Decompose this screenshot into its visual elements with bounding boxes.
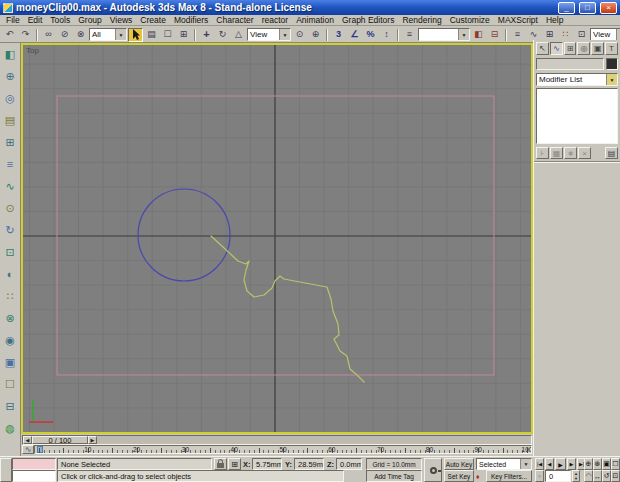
left-toolbar-icon-6[interactable]: ≡	[2, 156, 18, 172]
spinner-down-icon[interactable]: ▼	[574, 476, 578, 481]
viewport-label[interactable]: Top	[26, 46, 39, 55]
named-selection-dropdown[interactable]: ▼	[418, 28, 470, 41]
modifier-list-dropdown[interactable]: Modifier List ▼	[536, 73, 618, 86]
viewport-top[interactable]: Top	[21, 43, 533, 434]
menu-rendering[interactable]: Rendering	[398, 15, 445, 25]
coord-x-field[interactable]: 5.75mm	[252, 458, 282, 470]
selection-filter-dropdown[interactable]: All ▼	[89, 28, 127, 41]
chevron-down-icon[interactable]: ▼	[616, 29, 620, 40]
angle-snap-icon[interactable]: ∠	[347, 28, 362, 42]
zoom-region-button[interactable]: ☐	[611, 458, 620, 470]
menu-character[interactable]: Character	[212, 15, 257, 25]
modifier-stack-list[interactable]	[536, 88, 618, 144]
chevron-down-icon[interactable]: ▼	[606, 74, 617, 85]
remove-modifier-icon[interactable]: ×	[578, 147, 591, 159]
mirror-icon[interactable]: ◧	[471, 28, 486, 42]
bind-to-spacewarp-icon[interactable]: ⊗	[73, 28, 88, 42]
tab-hierarchy[interactable]: ⊞	[564, 42, 577, 55]
left-toolbar-icon-7[interactable]: ∿	[2, 178, 18, 194]
percent-snap-icon[interactable]: %	[363, 28, 378, 42]
next-frame-button[interactable]: ▶	[567, 458, 576, 470]
set-key-button[interactable]: Set Key	[444, 470, 474, 482]
key-filters-button[interactable]: Key Filters...	[486, 470, 532, 482]
menu-graph-editors[interactable]: Graph Editors	[338, 15, 398, 25]
menu-reactor[interactable]: reactor	[258, 15, 292, 25]
menu-file[interactable]: File	[2, 15, 24, 25]
left-toolbar-icon-18[interactable]: ◍	[2, 420, 18, 436]
close-button[interactable]: ×	[600, 2, 617, 14]
window-crossing-icon[interactable]: ⊞	[176, 28, 191, 42]
spinner-snap-icon[interactable]: ↕	[379, 28, 394, 42]
track-bar-ruler[interactable]: 102030405060708090100	[34, 445, 532, 454]
current-frame-marker[interactable]	[37, 446, 43, 453]
menu-views[interactable]: Views	[106, 15, 137, 25]
use-pivot-center-icon[interactable]: ⊙	[292, 28, 307, 42]
left-toolbar-icon-1[interactable]: ◧	[2, 46, 18, 62]
object-color-swatch[interactable]	[606, 58, 618, 70]
minimize-button[interactable]: _	[558, 2, 575, 14]
previous-frame-button[interactable]: ◀	[545, 458, 554, 470]
arc-rotate-button[interactable]: ↺	[602, 470, 611, 482]
make-unique-icon[interactable]: ∗	[564, 147, 577, 159]
time-slider-track[interactable]: ◀ 0 / 100 ▶	[22, 435, 532, 445]
menu-modifiers[interactable]: Modifiers	[170, 15, 212, 25]
tab-motion[interactable]: ◎	[577, 42, 590, 55]
select-and-link-icon[interactable]: ∞	[41, 28, 56, 42]
left-toolbar-icon-9[interactable]: ↻	[2, 222, 18, 238]
left-toolbar-icon-5[interactable]: ⊞	[2, 134, 18, 150]
edit-named-selections-icon[interactable]: ≡	[402, 28, 417, 42]
left-toolbar-icon-15[interactable]: ▣	[2, 354, 18, 370]
layer-manager-icon[interactable]: ≡	[510, 28, 525, 42]
unlink-selection-icon[interactable]: ⊘	[57, 28, 72, 42]
reference-coordinate-dropdown[interactable]: View ▼	[247, 28, 291, 41]
menu-animation[interactable]: Animation	[292, 15, 338, 25]
restore-button[interactable]: □	[579, 2, 596, 14]
coord-z-field[interactable]: 0.0mm	[336, 458, 362, 470]
redo-icon[interactable]: ↷	[18, 28, 33, 42]
snap-toggle-3d-icon[interactable]: 3	[331, 28, 346, 42]
left-toolbar-icon-12[interactable]: ∷	[2, 288, 18, 304]
tab-display[interactable]: ▣	[591, 42, 604, 55]
selection-region-icon[interactable]: ☐	[160, 28, 175, 42]
set-keys-button[interactable]	[424, 458, 442, 482]
left-toolbar-icon-2[interactable]: ⊕	[2, 68, 18, 84]
time-slider-handle[interactable]: 0 / 100	[32, 436, 88, 444]
left-toolbar-icon-16[interactable]: ☐	[2, 376, 18, 392]
min-max-toggle-button[interactable]: ⊡	[611, 470, 620, 482]
undo-icon[interactable]: ↶	[2, 28, 17, 42]
object-name-field[interactable]	[536, 58, 604, 70]
go-to-start-button[interactable]: |◀	[535, 458, 544, 470]
frame-step-back-button[interactable]: ◀	[23, 436, 32, 444]
align-icon[interactable]: ⊟	[487, 28, 502, 42]
menu-edit[interactable]: Edit	[24, 15, 47, 25]
key-selection-dropdown[interactable]: Selected ▼	[476, 458, 532, 470]
key-mode-toggle[interactable]: ○	[535, 470, 544, 482]
macro-recorder-field[interactable]	[12, 458, 56, 470]
current-frame-field[interactable]: 0	[545, 470, 571, 482]
chevron-down-icon[interactable]: ▼	[279, 29, 290, 40]
zoom-extents-button[interactable]: ▣	[602, 458, 611, 470]
chevron-down-icon[interactable]: ▼	[520, 459, 531, 469]
configure-modifier-sets-icon[interactable]: ▤	[605, 147, 618, 159]
coord-y-field[interactable]: 28.59mm	[294, 458, 324, 470]
menu-tools[interactable]: Tools	[46, 15, 74, 25]
chevron-down-icon[interactable]: ▼	[115, 29, 126, 40]
auto-key-button[interactable]: Auto Key	[444, 458, 474, 470]
select-and-scale-icon[interactable]: △	[231, 28, 246, 42]
frame-step-forward-button[interactable]: ▶	[88, 436, 97, 444]
left-toolbar-icon-8[interactable]: ⊙	[2, 200, 18, 216]
zoom-all-button[interactable]: ⊛	[593, 458, 602, 470]
tab-create[interactable]: ↖	[536, 42, 549, 55]
select-and-manipulate-icon[interactable]: ⊕	[308, 28, 323, 42]
left-toolbar-icon-4[interactable]: ▤	[2, 112, 18, 128]
menu-customize[interactable]: Customize	[446, 15, 494, 25]
left-toolbar-icon-10[interactable]: ⊡	[2, 244, 18, 260]
play-button[interactable]: ▶	[555, 458, 566, 470]
menu-maxscript[interactable]: MAXScript	[494, 15, 542, 25]
frame-spinner[interactable]: ▲▼	[572, 470, 580, 482]
select-object-icon[interactable]	[128, 28, 143, 42]
select-and-move-icon[interactable]: +	[199, 28, 214, 42]
pin-stack-icon[interactable]: ⊦	[536, 147, 549, 159]
left-toolbar-icon-17[interactable]: ⊟	[2, 398, 18, 414]
menu-help[interactable]: Help	[542, 15, 567, 25]
